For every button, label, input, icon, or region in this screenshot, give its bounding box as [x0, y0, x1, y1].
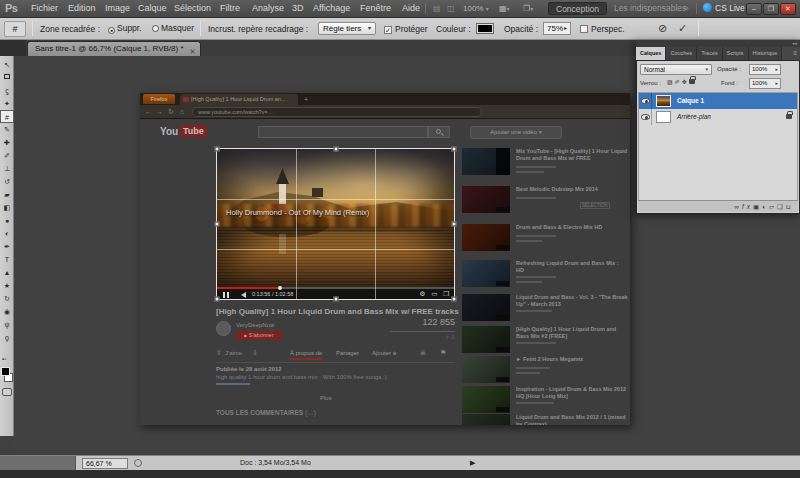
protect-checkbox[interactable]: ✓Protéger	[384, 24, 428, 34]
menu-calque[interactable]: Calque	[133, 0, 172, 17]
tool-3d-orbit[interactable]: ◉	[0, 305, 14, 318]
foreground-color-swatch[interactable]	[1, 367, 10, 376]
tab-scripts[interactable]: Scripts	[723, 47, 749, 60]
document-canvas[interactable]: Firefox [High Quality] 1 Hour Liquid Dru…	[140, 93, 630, 425]
launch-bridge-icon[interactable]: ▤	[430, 3, 444, 15]
shield-color-swatch[interactable]	[476, 23, 494, 34]
layer-thumbnail[interactable]	[656, 111, 671, 123]
delete-layer-icon[interactable]: ⊔	[786, 203, 794, 210]
cs-live-button[interactable]: CS Live ▾	[703, 2, 750, 15]
lock-move-icon[interactable]: ✥	[682, 79, 689, 85]
crop-guide-overlay-select[interactable]: Règle tiers ▾	[318, 22, 376, 35]
radio-hide[interactable]: Masquer	[152, 23, 194, 33]
lock-all-icon[interactable]	[689, 79, 695, 84]
lock-buttons[interactable]: ▨✐✥	[667, 78, 695, 85]
restore-button[interactable]: ❐	[763, 3, 779, 15]
panel-menu-icon[interactable]: ≡	[793, 47, 800, 60]
lock-transparency-icon[interactable]: ▨	[667, 79, 675, 85]
crop-handle-bottom-left[interactable]	[215, 297, 220, 302]
tab-historique[interactable]: Historique	[749, 47, 783, 60]
tool-custom-shape[interactable]: ★	[0, 279, 14, 292]
tool-brush[interactable]: ✐	[0, 149, 14, 162]
crop-tool-preset[interactable]: #	[4, 21, 26, 37]
crop-handle-bottom-center[interactable]	[333, 297, 338, 302]
layer-name[interactable]: Calque 1	[677, 97, 704, 104]
quick-mask-button[interactable]	[2, 388, 12, 396]
lock-paint-icon[interactable]: ✐	[675, 79, 682, 85]
tool-hand[interactable]: ψ	[0, 318, 14, 331]
menu-edition[interactable]: Edition	[63, 0, 101, 17]
menu-affichage[interactable]: Affichage	[308, 0, 355, 17]
shield-opacity-field[interactable]: 75% ▸	[543, 22, 571, 35]
workspace-overflow-chevrons[interactable]: »	[682, 2, 691, 15]
layer-mask-icon[interactable]: ▣	[753, 203, 762, 210]
mini-bridge-icon[interactable]: ◫	[444, 3, 458, 15]
layer-group-icon[interactable]: ▱	[769, 203, 777, 210]
layer-effects-icon[interactable]: fx	[742, 203, 753, 210]
zoom-level-dropdown[interactable]: 100% ▾	[460, 3, 492, 15]
link-layers-icon[interactable]: ∞	[734, 203, 742, 210]
visibility-eye-icon[interactable]	[641, 98, 650, 104]
menu-selection[interactable]: Sélection	[169, 0, 216, 17]
crop-handle-top-left[interactable]	[215, 147, 220, 152]
close-button[interactable]: ✕	[780, 3, 796, 15]
tool-dodge[interactable]: ◐	[0, 227, 14, 240]
crop-handle-bottom-right[interactable]	[452, 297, 457, 302]
screen-mode-dropdown[interactable]: ❐▾	[520, 3, 536, 15]
crop-handle-middle-right[interactable]	[452, 222, 457, 227]
tool-blur[interactable]: ●	[0, 214, 14, 227]
minimize-button[interactable]: –	[746, 3, 762, 15]
default-colors-icon[interactable]: ▪▫	[2, 356, 6, 362]
tab-calques[interactable]: Calques	[636, 47, 666, 60]
document-tab[interactable]: Sans titre-1 @ 66,7% (Calque 1, RVB/8) *…	[27, 41, 201, 56]
dock-titlebar[interactable]: ◂◂	[636, 40, 800, 47]
radio-delete[interactable]: ●Suppr.	[108, 23, 142, 34]
new-layer-icon[interactable]: ❏	[777, 203, 786, 210]
crop-marquee[interactable]	[216, 148, 455, 300]
tool-zoom[interactable]: ϙ	[0, 331, 14, 344]
fill-field[interactable]: 100% ▸	[749, 78, 781, 89]
tool-marquee[interactable]	[0, 71, 14, 84]
tool-gradient[interactable]: ◧	[0, 201, 14, 214]
tool-eyedropper[interactable]: ✎	[0, 123, 14, 136]
layer-thumbnail[interactable]	[656, 95, 671, 107]
workspace-conception-button[interactable]: Conception	[548, 2, 607, 15]
crop-handle-top-center[interactable]	[333, 147, 338, 152]
menu-fenetre[interactable]: Fenêtre	[355, 0, 396, 17]
menu-aide[interactable]: Aide	[397, 0, 425, 17]
tool-clone-stamp[interactable]: ⊥	[0, 162, 14, 175]
view-extras-dropdown[interactable]: ▦▾	[496, 3, 513, 15]
zoom-percentage-field[interactable]: 66,67 %	[82, 458, 128, 469]
menu-analyse[interactable]: Analyse	[247, 0, 289, 17]
layer-name[interactable]: Arrière-plan	[677, 113, 711, 120]
tab-traces[interactable]: Tracés	[697, 47, 723, 60]
menu-filtre[interactable]: Filtre	[215, 0, 245, 17]
menu-3d[interactable]: 3D	[287, 0, 309, 17]
menu-image[interactable]: Image	[100, 0, 135, 17]
crop-handle-middle-left[interactable]	[215, 222, 220, 227]
cancel-crop-icon[interactable]: ⊘	[658, 22, 667, 35]
collapse-panels-icon[interactable]: ◂◂	[792, 40, 797, 46]
tool-pen[interactable]: ✒	[0, 240, 14, 253]
workspace-essentials-button[interactable]: Les indispensables	[607, 2, 693, 15]
visibility-eye-icon[interactable]	[641, 114, 650, 120]
tool-3d-rotate[interactable]: ↻	[0, 292, 14, 305]
tool-quick-selection[interactable]: ✦	[0, 97, 14, 110]
opacity-field[interactable]: 100% ▸	[749, 64, 781, 75]
tool-move[interactable]: ↖	[0, 58, 14, 71]
blend-mode-select[interactable]: Normal ▾	[640, 64, 712, 75]
layer-row-calque1[interactable]: Calque 1	[639, 93, 797, 109]
tool-type[interactable]: T	[0, 253, 14, 266]
crop-handle-top-right[interactable]	[452, 147, 457, 152]
tool-lasso[interactable]: ϛ	[0, 84, 14, 97]
tool-history-brush[interactable]: ↺	[0, 175, 14, 188]
tool-spot-healing[interactable]: ✚	[0, 136, 14, 149]
status-popup-icon[interactable]: ▶	[470, 459, 475, 467]
tool-crop-selected[interactable]: #	[0, 110, 14, 123]
tool-eraser[interactable]: ▰	[0, 188, 14, 201]
tool-path-selection[interactable]: ▲	[0, 266, 14, 279]
layer-row-background[interactable]: Arrière-plan	[639, 109, 797, 125]
menu-fichier[interactable]: Fichier	[26, 0, 63, 17]
tab-couches[interactable]: Couches	[666, 47, 697, 60]
commit-crop-icon[interactable]: ✓	[678, 22, 687, 35]
